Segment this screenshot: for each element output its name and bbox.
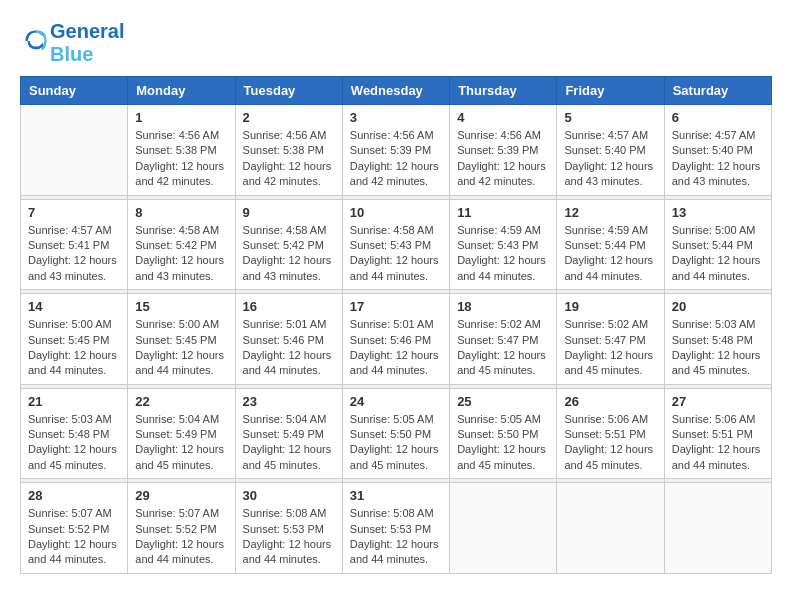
day-info: Sunrise: 4:59 AMSunset: 5:44 PMDaylight:… (564, 223, 656, 285)
calendar-day-cell: 12Sunrise: 4:59 AMSunset: 5:44 PMDayligh… (557, 199, 664, 290)
calendar-day-cell: 22Sunrise: 5:04 AMSunset: 5:49 PMDayligh… (128, 388, 235, 479)
day-info: Sunrise: 4:58 AMSunset: 5:42 PMDaylight:… (243, 223, 335, 285)
day-info: Sunrise: 5:07 AMSunset: 5:52 PMDaylight:… (135, 506, 227, 568)
day-number: 25 (457, 394, 549, 409)
calendar-day-cell: 7Sunrise: 4:57 AMSunset: 5:41 PMDaylight… (21, 199, 128, 290)
day-info: Sunrise: 5:01 AMSunset: 5:46 PMDaylight:… (243, 317, 335, 379)
day-number: 15 (135, 299, 227, 314)
day-info: Sunrise: 5:08 AMSunset: 5:53 PMDaylight:… (243, 506, 335, 568)
day-number: 30 (243, 488, 335, 503)
day-info: Sunrise: 5:00 AMSunset: 5:44 PMDaylight:… (672, 223, 764, 285)
calendar-day-cell: 3Sunrise: 4:56 AMSunset: 5:39 PMDaylight… (342, 105, 449, 196)
calendar-day-cell: 28Sunrise: 5:07 AMSunset: 5:52 PMDayligh… (21, 483, 128, 574)
day-info: Sunrise: 5:02 AMSunset: 5:47 PMDaylight:… (457, 317, 549, 379)
calendar-week-row: 7Sunrise: 4:57 AMSunset: 5:41 PMDaylight… (21, 199, 772, 290)
day-number: 20 (672, 299, 764, 314)
calendar-day-cell: 18Sunrise: 5:02 AMSunset: 5:47 PMDayligh… (450, 294, 557, 385)
day-info: Sunrise: 4:56 AMSunset: 5:38 PMDaylight:… (243, 128, 335, 190)
weekday-header: Tuesday (235, 77, 342, 105)
calendar-day-cell: 11Sunrise: 4:59 AMSunset: 5:43 PMDayligh… (450, 199, 557, 290)
day-number: 4 (457, 110, 549, 125)
calendar-day-cell: 26Sunrise: 5:06 AMSunset: 5:51 PMDayligh… (557, 388, 664, 479)
day-info: Sunrise: 5:07 AMSunset: 5:52 PMDaylight:… (28, 506, 120, 568)
calendar-day-cell: 4Sunrise: 4:56 AMSunset: 5:39 PMDaylight… (450, 105, 557, 196)
calendar-day-cell: 23Sunrise: 5:04 AMSunset: 5:49 PMDayligh… (235, 388, 342, 479)
day-number: 29 (135, 488, 227, 503)
day-number: 18 (457, 299, 549, 314)
calendar-day-cell: 1Sunrise: 4:56 AMSunset: 5:38 PMDaylight… (128, 105, 235, 196)
day-info: Sunrise: 4:58 AMSunset: 5:43 PMDaylight:… (350, 223, 442, 285)
day-number: 11 (457, 205, 549, 220)
weekday-header: Monday (128, 77, 235, 105)
day-number: 22 (135, 394, 227, 409)
day-number: 16 (243, 299, 335, 314)
calendar-day-cell: 19Sunrise: 5:02 AMSunset: 5:47 PMDayligh… (557, 294, 664, 385)
day-number: 23 (243, 394, 335, 409)
day-info: Sunrise: 4:57 AMSunset: 5:41 PMDaylight:… (28, 223, 120, 285)
day-number: 9 (243, 205, 335, 220)
calendar-day-cell: 31Sunrise: 5:08 AMSunset: 5:53 PMDayligh… (342, 483, 449, 574)
day-info: Sunrise: 5:01 AMSunset: 5:46 PMDaylight:… (350, 317, 442, 379)
day-info: Sunrise: 5:06 AMSunset: 5:51 PMDaylight:… (672, 412, 764, 474)
day-info: Sunrise: 5:05 AMSunset: 5:50 PMDaylight:… (457, 412, 549, 474)
day-number: 1 (135, 110, 227, 125)
day-number: 3 (350, 110, 442, 125)
calendar-day-cell: 15Sunrise: 5:00 AMSunset: 5:45 PMDayligh… (128, 294, 235, 385)
day-number: 8 (135, 205, 227, 220)
weekday-header: Wednesday (342, 77, 449, 105)
day-number: 2 (243, 110, 335, 125)
day-number: 13 (672, 205, 764, 220)
calendar-day-cell: 10Sunrise: 4:58 AMSunset: 5:43 PMDayligh… (342, 199, 449, 290)
day-number: 24 (350, 394, 442, 409)
weekday-header: Sunday (21, 77, 128, 105)
day-info: Sunrise: 5:03 AMSunset: 5:48 PMDaylight:… (672, 317, 764, 379)
calendar-week-row: 14Sunrise: 5:00 AMSunset: 5:45 PMDayligh… (21, 294, 772, 385)
weekday-header: Thursday (450, 77, 557, 105)
day-info: Sunrise: 5:06 AMSunset: 5:51 PMDaylight:… (564, 412, 656, 474)
calendar-day-cell (664, 483, 771, 574)
day-number: 26 (564, 394, 656, 409)
day-info: Sunrise: 5:02 AMSunset: 5:47 PMDaylight:… (564, 317, 656, 379)
day-number: 10 (350, 205, 442, 220)
day-info: Sunrise: 4:57 AMSunset: 5:40 PMDaylight:… (672, 128, 764, 190)
logo-icon (22, 27, 50, 55)
calendar-table: SundayMondayTuesdayWednesdayThursdayFrid… (20, 76, 772, 574)
calendar-header-row: SundayMondayTuesdayWednesdayThursdayFrid… (21, 77, 772, 105)
day-info: Sunrise: 5:00 AMSunset: 5:45 PMDaylight:… (28, 317, 120, 379)
day-number: 14 (28, 299, 120, 314)
weekday-header: Saturday (664, 77, 771, 105)
day-number: 17 (350, 299, 442, 314)
calendar-day-cell: 21Sunrise: 5:03 AMSunset: 5:48 PMDayligh… (21, 388, 128, 479)
day-info: Sunrise: 4:56 AMSunset: 5:39 PMDaylight:… (457, 128, 549, 190)
calendar-day-cell (557, 483, 664, 574)
calendar-day-cell: 20Sunrise: 5:03 AMSunset: 5:48 PMDayligh… (664, 294, 771, 385)
day-info: Sunrise: 5:05 AMSunset: 5:50 PMDaylight:… (350, 412, 442, 474)
day-number: 7 (28, 205, 120, 220)
day-number: 6 (672, 110, 764, 125)
calendar-week-row: 28Sunrise: 5:07 AMSunset: 5:52 PMDayligh… (21, 483, 772, 574)
calendar-day-cell: 9Sunrise: 4:58 AMSunset: 5:42 PMDaylight… (235, 199, 342, 290)
day-number: 5 (564, 110, 656, 125)
calendar-day-cell: 2Sunrise: 4:56 AMSunset: 5:38 PMDaylight… (235, 105, 342, 196)
calendar-day-cell: 13Sunrise: 5:00 AMSunset: 5:44 PMDayligh… (664, 199, 771, 290)
day-number: 19 (564, 299, 656, 314)
page-header: General Blue (20, 20, 772, 66)
logo-text: General Blue (50, 20, 124, 66)
day-number: 12 (564, 205, 656, 220)
calendar-week-row: 1Sunrise: 4:56 AMSunset: 5:38 PMDaylight… (21, 105, 772, 196)
day-info: Sunrise: 4:56 AMSunset: 5:39 PMDaylight:… (350, 128, 442, 190)
calendar-day-cell: 14Sunrise: 5:00 AMSunset: 5:45 PMDayligh… (21, 294, 128, 385)
calendar-day-cell: 17Sunrise: 5:01 AMSunset: 5:46 PMDayligh… (342, 294, 449, 385)
calendar-day-cell (450, 483, 557, 574)
day-info: Sunrise: 5:04 AMSunset: 5:49 PMDaylight:… (243, 412, 335, 474)
calendar-day-cell: 16Sunrise: 5:01 AMSunset: 5:46 PMDayligh… (235, 294, 342, 385)
calendar-day-cell: 30Sunrise: 5:08 AMSunset: 5:53 PMDayligh… (235, 483, 342, 574)
calendar-week-row: 21Sunrise: 5:03 AMSunset: 5:48 PMDayligh… (21, 388, 772, 479)
day-info: Sunrise: 5:00 AMSunset: 5:45 PMDaylight:… (135, 317, 227, 379)
day-number: 21 (28, 394, 120, 409)
day-info: Sunrise: 4:56 AMSunset: 5:38 PMDaylight:… (135, 128, 227, 190)
day-number: 31 (350, 488, 442, 503)
logo: General Blue (20, 20, 124, 66)
calendar-day-cell: 24Sunrise: 5:05 AMSunset: 5:50 PMDayligh… (342, 388, 449, 479)
day-info: Sunrise: 5:04 AMSunset: 5:49 PMDaylight:… (135, 412, 227, 474)
